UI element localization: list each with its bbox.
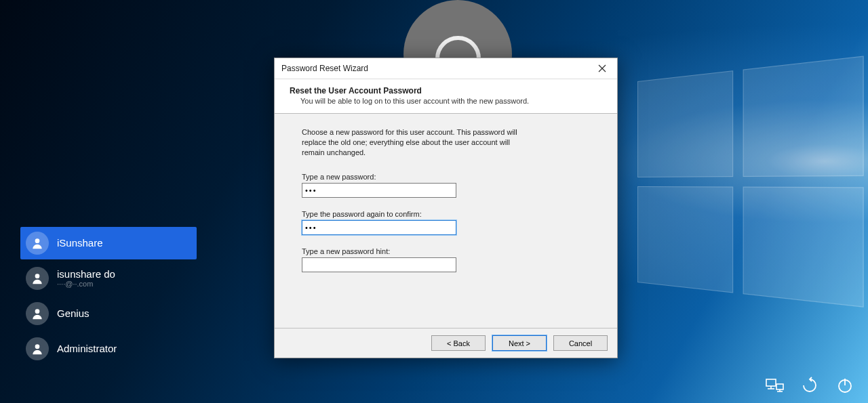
user-icon	[26, 337, 49, 360]
new-password-label: Type a new password:	[302, 173, 590, 181]
dialog-body: Choose a new password for this user acco…	[275, 114, 617, 328]
user-icon	[26, 302, 49, 325]
power-icon[interactable]	[835, 376, 854, 395]
windows-logo	[637, 56, 867, 310]
user-name-label: isunshare do	[57, 269, 115, 280]
password-hint-label: Type a new password hint:	[302, 247, 590, 255]
svg-point-0	[35, 238, 40, 243]
confirm-password-label: Type the password again to confirm:	[302, 210, 590, 218]
dialog-header: Reset the User Account Password You will…	[275, 79, 617, 114]
user-name-label: iSunshare	[57, 238, 103, 249]
close-button[interactable]	[587, 58, 617, 79]
dialog-header-title: Reset the User Account Password	[290, 86, 602, 96]
user-icon	[26, 232, 49, 255]
confirm-password-input[interactable]	[302, 220, 456, 235]
back-button[interactable]: < Back	[431, 335, 486, 351]
cancel-button[interactable]: Cancel	[553, 335, 608, 351]
svg-point-2	[35, 309, 40, 314]
user-name-label: Genius	[57, 308, 90, 320]
user-name-label: Administrator	[57, 343, 117, 355]
svg-point-3	[35, 344, 40, 349]
ease-of-access-icon[interactable]	[800, 376, 819, 395]
password-reset-wizard-dialog: Password Reset Wizard Reset the User Acc…	[274, 58, 618, 358]
dialog-titlebar: Password Reset Wizard	[275, 58, 617, 79]
user-item-administrator[interactable]: Administrator	[20, 333, 197, 365]
user-item-genius[interactable]: Genius	[20, 297, 197, 330]
svg-point-1	[35, 274, 40, 278]
user-icon	[26, 267, 49, 290]
system-controls	[765, 376, 854, 395]
user-item-isunshare-do[interactable]: isunshare do ····@··.com	[20, 262, 197, 295]
svg-rect-4	[766, 379, 776, 386]
password-hint-input[interactable]	[302, 257, 456, 272]
svg-rect-7	[776, 384, 783, 389]
user-email-label: ····@··.com	[57, 280, 115, 288]
dialog-footer: < Back Next > Cancel	[275, 328, 617, 358]
dialog-header-subtitle: You will be able to log on to this user …	[300, 97, 602, 105]
next-button[interactable]: Next >	[492, 335, 547, 351]
user-account-list: iSunshare isunshare do ····@··.com Geniu…	[20, 227, 197, 368]
network-icon[interactable]	[765, 376, 784, 395]
new-password-input[interactable]	[302, 183, 456, 198]
dialog-description: Choose a new password for this user acco…	[302, 127, 532, 158]
user-item-isunshare[interactable]: iSunshare	[20, 227, 197, 259]
dialog-title: Password Reset Wizard	[281, 64, 368, 73]
